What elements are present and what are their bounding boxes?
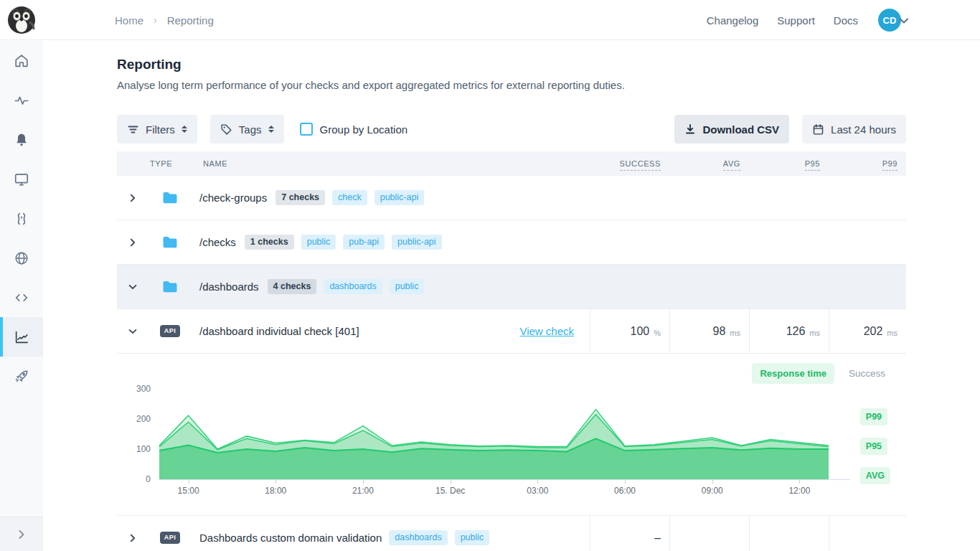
tags-button[interactable]: Tags bbox=[210, 115, 284, 143]
breadcrumb: Home › Reporting bbox=[115, 0, 214, 40]
chevron-right-icon[interactable] bbox=[128, 533, 138, 543]
p95-cell bbox=[749, 516, 829, 551]
sidebar-item-private-locations[interactable] bbox=[0, 238, 43, 278]
y-axis-label: 100 bbox=[122, 444, 151, 454]
check-count-badge: 7 checks bbox=[275, 190, 325, 205]
response-time-toggle[interactable]: Response time bbox=[752, 363, 834, 384]
tag[interactable]: public bbox=[390, 279, 425, 294]
sidebar-item-maintenance[interactable] bbox=[0, 199, 43, 238]
chevron-down-icon[interactable] bbox=[128, 326, 138, 336]
reporting-table: Type Name Success Avg P95 P99 bbox=[117, 151, 906, 551]
chart-mode-toggle: Response time Success bbox=[752, 363, 885, 384]
sidebar-item-home[interactable] bbox=[0, 41, 43, 80]
sidebar-item-snippets[interactable] bbox=[0, 278, 43, 317]
legend-chip-avg[interactable]: AVG bbox=[860, 467, 890, 484]
tag-icon bbox=[220, 123, 232, 136]
area-chart-svg bbox=[159, 385, 829, 479]
support-link[interactable]: Support bbox=[777, 14, 815, 27]
group-name: /check-groups bbox=[199, 192, 267, 204]
y-axis-label: 0 bbox=[122, 474, 151, 484]
check-name: /dashboard individual check [401] bbox=[199, 325, 359, 337]
tag[interactable]: public bbox=[301, 235, 336, 250]
topbar: Home › Reporting Changelog Support Docs … bbox=[0, 0, 980, 40]
folder-icon bbox=[162, 236, 178, 249]
sidebar-item-activity[interactable] bbox=[0, 80, 43, 120]
x-axis-line bbox=[159, 479, 850, 480]
x-axis-label: 03:00 bbox=[512, 486, 562, 496]
main-content: Reporting Analyse long term performance … bbox=[43, 41, 980, 551]
success-cell: – bbox=[590, 516, 669, 551]
group-by-location-label: Group by Location bbox=[320, 123, 408, 136]
download-csv-button[interactable]: Download CSV bbox=[674, 115, 789, 143]
sidebar-item-reporting[interactable] bbox=[0, 317, 43, 357]
api-type-badge: API bbox=[160, 532, 181, 544]
monitor-icon bbox=[14, 171, 29, 187]
tags-button-label: Tags bbox=[239, 123, 262, 136]
legend-chip-p95[interactable]: P95 bbox=[860, 438, 887, 455]
tag[interactable]: pub-api bbox=[343, 235, 385, 250]
home-icon bbox=[14, 53, 29, 69]
breadcrumb-chevron-icon: › bbox=[154, 14, 157, 26]
col-p99: P99 bbox=[829, 159, 906, 168]
docs-link[interactable]: Docs bbox=[834, 14, 858, 27]
table-row-checks[interactable]: /checks 1 checks public pub-api public-a… bbox=[117, 220, 906, 265]
tag[interactable]: public-api bbox=[374, 190, 425, 205]
group-by-location-toggle[interactable]: Group by Location bbox=[300, 123, 408, 136]
tag[interactable]: public-api bbox=[392, 235, 442, 250]
col-p95: P95 bbox=[749, 159, 829, 168]
table-row-dashboards[interactable]: /dashboards 4 checks dashboards public bbox=[117, 265, 906, 309]
sidebar-item-alerts[interactable] bbox=[0, 120, 43, 159]
filters-button-label: Filters bbox=[146, 123, 175, 136]
page-description: Analyse long term performance of your ch… bbox=[117, 79, 906, 91]
tag[interactable]: dashboards bbox=[389, 530, 447, 545]
breadcrumb-current: Reporting bbox=[167, 14, 214, 27]
sidebar bbox=[0, 41, 43, 551]
wrench-icon bbox=[14, 211, 29, 227]
chevron-right-icon[interactable] bbox=[128, 237, 138, 248]
col-success: Success bbox=[590, 159, 669, 168]
breadcrumb-home[interactable]: Home bbox=[115, 14, 143, 27]
x-axis-label: 18:00 bbox=[250, 486, 301, 496]
chart-legend: P99P95AVG bbox=[860, 408, 890, 484]
sidebar-item-dashboards[interactable] bbox=[0, 159, 43, 199]
group-by-location-checkbox[interactable] bbox=[300, 123, 313, 136]
check-count-badge: 4 checks bbox=[268, 279, 317, 294]
chart-line-icon bbox=[14, 329, 29, 345]
changelog-link[interactable]: Changelog bbox=[707, 14, 759, 27]
col-avg: Avg bbox=[669, 159, 749, 168]
tag[interactable]: check bbox=[332, 190, 367, 205]
table-row-check-groups[interactable]: /check-groups 7 checks check public-api bbox=[117, 176, 906, 220]
time-range-label: Last 24 hours bbox=[831, 123, 896, 136]
x-axis-tick bbox=[451, 479, 451, 484]
success-toggle[interactable]: Success bbox=[849, 368, 885, 379]
code-icon bbox=[14, 290, 29, 306]
sidebar-item-quickstart[interactable] bbox=[0, 357, 43, 396]
group-name: /dashboards bbox=[199, 281, 259, 293]
table-row-dashboard-individual-check[interactable]: API /dashboard individual check [401] Vi… bbox=[117, 309, 906, 354]
x-axis-tick bbox=[275, 479, 276, 484]
account-menu-chevron-down-icon[interactable] bbox=[898, 15, 910, 27]
x-axis-tick bbox=[625, 479, 626, 484]
chevron-down-icon[interactable] bbox=[128, 282, 138, 292]
response-time-chart: Response time Success P99P95AVG 01002003… bbox=[117, 354, 906, 516]
chevron-right-icon[interactable] bbox=[128, 193, 138, 203]
check-count-badge: 1 checks bbox=[245, 235, 294, 250]
time-range-button[interactable]: Last 24 hours bbox=[802, 115, 906, 143]
success-cell: 100 % bbox=[590, 309, 669, 353]
x-axis-tick bbox=[712, 479, 713, 484]
sidebar-expand-button[interactable] bbox=[0, 517, 43, 551]
x-axis-label: 15:00 bbox=[164, 486, 214, 496]
view-check-link[interactable]: View check bbox=[519, 325, 574, 337]
table-row-dashboards-custom-domain[interactable]: API Dashboards custom domain validation … bbox=[117, 516, 906, 551]
tag[interactable]: public bbox=[455, 530, 490, 545]
legend-chip-p99[interactable]: P99 bbox=[860, 408, 887, 425]
tag[interactable]: dashboards bbox=[324, 279, 382, 294]
tags-dropdown-arrows-icon bbox=[268, 126, 274, 133]
globe-icon bbox=[14, 250, 29, 266]
filters-button[interactable]: Filters bbox=[117, 115, 197, 143]
x-axis-label: 12:00 bbox=[774, 486, 824, 496]
x-axis-tick bbox=[799, 479, 800, 484]
app-logo-raccoon-icon[interactable] bbox=[8, 6, 35, 34]
topnav: Changelog Support Docs bbox=[707, 0, 858, 40]
p99-cell bbox=[829, 516, 906, 551]
